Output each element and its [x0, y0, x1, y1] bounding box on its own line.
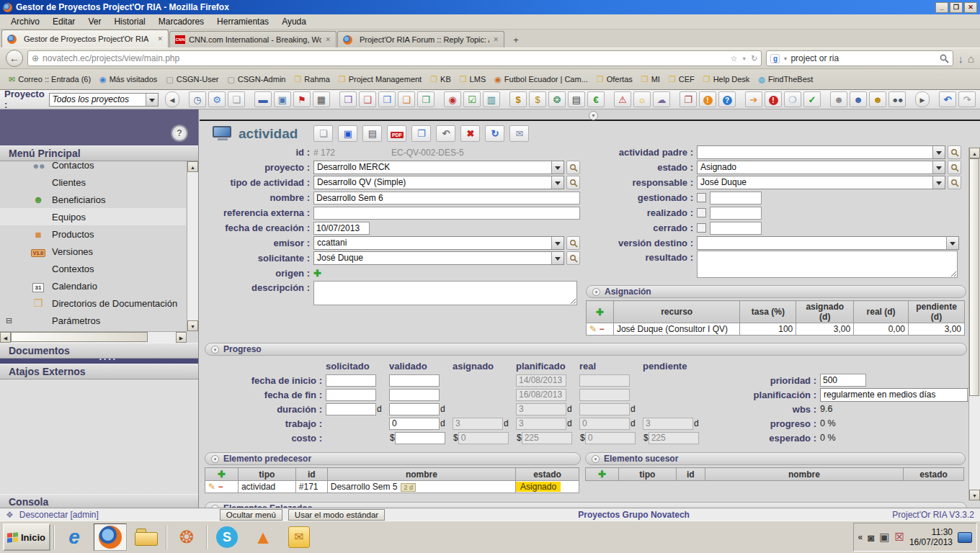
emisor-select[interactable]: ccattani: [313, 236, 564, 250]
hide-menu-button[interactable]: Ocultar menú: [220, 509, 282, 521]
tray-chevron-icon[interactable]: «: [858, 532, 863, 542]
start-button[interactable]: Inicio: [3, 523, 50, 551]
taskbar-vlc-button[interactable]: ▲: [246, 523, 280, 551]
sidebar-item-beneficiarios[interactable]: ☻ Beneficiarios: [0, 191, 186, 208]
fecha-inicio-validado-input[interactable]: [389, 374, 440, 387]
taskbar-ie-button[interactable]: e: [58, 523, 91, 551]
scroll-down-icon[interactable]: ▼: [187, 320, 198, 331]
emisor-search-button[interactable]: [566, 236, 580, 250]
pdf-button[interactable]: PDF: [387, 125, 406, 142]
scroll-thumb[interactable]: [969, 158, 979, 396]
solicitante-search-button[interactable]: [566, 251, 580, 265]
opportunity-bulb-icon[interactable]: ☼: [633, 91, 651, 107]
comment-bubble-icon[interactable]: ❍: [784, 91, 801, 107]
sidebar-splitter[interactable]: [0, 359, 198, 364]
version-destino-select[interactable]: [697, 236, 959, 250]
show-desktop-icon[interactable]: [958, 532, 972, 543]
add-row-icon[interactable]: ✚: [598, 469, 606, 480]
search-input[interactable]: [790, 53, 937, 63]
realizado-checkbox[interactable]: [697, 208, 706, 217]
url-bar[interactable]: ⊕ ☆ ▼ ↻: [27, 50, 762, 66]
sidebar-item-contactos[interactable]: ☻☻ Contactos: [0, 161, 186, 174]
ticket-doc-icon[interactable]: ❑: [359, 91, 376, 107]
print-button[interactable]: ▤: [362, 125, 382, 142]
tray-disconnected-icon[interactable]: ☒: [894, 531, 904, 544]
milestone-flag-icon[interactable]: ⚑: [293, 91, 311, 107]
taskbar-skype-button[interactable]: S: [210, 523, 244, 551]
bookmark-mas-visitados[interactable]: ◉ Más visitados: [95, 73, 161, 85]
tab-close-icon[interactable]: ✕: [325, 36, 331, 43]
play-round-icon[interactable]: ▶: [915, 91, 930, 107]
expense-bag-icon[interactable]: $: [529, 91, 546, 107]
presentation-board-icon[interactable]: ❐: [680, 91, 697, 107]
user-gray-icon[interactable]: ☻: [830, 91, 847, 107]
sidebar-item-versiones[interactable]: V1.0 Versiones: [0, 243, 186, 260]
fecha-inicio-solicitado-input[interactable]: [326, 374, 376, 387]
bookmark-lms[interactable]: ❒ LMS: [455, 73, 491, 85]
scroll-up-icon[interactable]: ▲: [969, 148, 980, 158]
meeting-icon[interactable]: ▦: [313, 91, 330, 107]
standard-mode-button[interactable]: Usar el modo estándar: [288, 509, 385, 521]
expander-icon[interactable]: ⊟: [6, 316, 12, 325]
origen-add-icon[interactable]: ✚: [313, 268, 321, 279]
delete-row-icon[interactable]: −: [218, 482, 223, 492]
approve-check-icon[interactable]: ✓: [803, 91, 821, 107]
bookmark-futbol-ecuador[interactable]: ◉ Futbol Ecuador | Cam...: [490, 73, 592, 85]
actividad-padre-search-button[interactable]: [948, 145, 961, 159]
prioridad-input[interactable]: [820, 374, 866, 387]
bookmark-star-icon[interactable]: ☆: [730, 54, 737, 63]
collapse-panel-icon[interactable]: ▼: [589, 111, 598, 120]
bookmark-project-management[interactable]: ❒ Project Management: [334, 73, 426, 85]
trabajo-validado-input[interactable]: [389, 418, 440, 430]
solicitante-select[interactable]: José Duque: [313, 251, 564, 265]
assign-arrow-icon[interactable]: ➔: [745, 91, 762, 107]
costo-validado-input[interactable]: [395, 432, 445, 444]
sidebar-item-contextos[interactable]: Contextos: [0, 260, 186, 277]
redo-arrow-icon[interactable]: ↷: [958, 91, 976, 107]
actividad-padre-select[interactable]: [697, 145, 945, 159]
taskbar-outlook-button[interactable]: ✉: [282, 523, 316, 551]
search-bar[interactable]: g ▼: [766, 50, 953, 66]
collapse-icon[interactable]: ▼: [592, 455, 600, 463]
refresh-button[interactable]: ↻: [485, 125, 504, 142]
scroll-right-icon[interactable]: ▶: [176, 332, 187, 343]
estado-select[interactable]: Asignado: [697, 161, 945, 174]
report-list-icon[interactable]: ▤: [568, 91, 585, 107]
estado-search-button[interactable]: [948, 161, 961, 174]
taskbar-firefox-button[interactable]: [94, 523, 127, 551]
euro-cost-icon[interactable]: €: [587, 91, 605, 107]
sucesor-header[interactable]: ▼ Elemento sucesor: [585, 452, 966, 465]
planning-bar-icon[interactable]: ▬: [254, 91, 272, 107]
menu-item[interactable]: Editar: [46, 15, 81, 28]
reload-icon[interactable]: ↻: [751, 54, 757, 63]
clock-icon[interactable]: ◷: [189, 91, 206, 107]
sidebar-item-equipos[interactable]: Equipos: [0, 208, 186, 225]
document-icon[interactable]: ❏: [228, 91, 245, 107]
risk-warning-icon[interactable]: ⚠: [614, 91, 631, 107]
checklist-icon[interactable]: ▥: [483, 91, 500, 107]
enlazados-header[interactable]: ▼ Elementos Enlazados: [205, 502, 967, 508]
bookmark-mi[interactable]: ❒ MI: [637, 73, 664, 85]
descripcion-textarea[interactable]: [313, 281, 577, 305]
project-select[interactable]: Todos los proyectos: [49, 93, 159, 107]
bookmark-findthebest[interactable]: ◍ FindTheBest: [754, 73, 817, 85]
home-icon[interactable]: ⌂: [968, 53, 974, 65]
menu-item[interactable]: Ayuda: [275, 15, 313, 28]
tab-projector[interactable]: Gestor de Proyectos Project'Or RIA ✕: [1, 30, 169, 48]
help-question-icon[interactable]: ?: [718, 91, 736, 107]
tipo-actividad-select[interactable]: Desarrollo QV (Simple): [313, 176, 564, 189]
maximize-button[interactable]: ❐: [950, 2, 963, 13]
gear-icon[interactable]: ⚙: [208, 91, 226, 107]
team-pair-icon[interactable]: ☻☻: [888, 91, 906, 107]
fecha-fin-solicitado-input[interactable]: [326, 389, 376, 401]
referencia-input[interactable]: [313, 207, 580, 220]
close-button[interactable]: ✕: [964, 2, 977, 13]
menu-item[interactable]: Marcadores: [152, 15, 210, 28]
bookmark-help-desk[interactable]: ❒ Help Desk: [699, 73, 754, 85]
resultado-textarea[interactable]: [697, 251, 958, 278]
resource-doc-icon[interactable]: ❒: [339, 91, 357, 107]
validated-check-icon[interactable]: ☑: [463, 91, 481, 107]
copy-button[interactable]: ❐: [411, 125, 431, 142]
gestionado-checkbox[interactable]: [697, 193, 706, 202]
realizado-date-input[interactable]: [710, 207, 762, 220]
